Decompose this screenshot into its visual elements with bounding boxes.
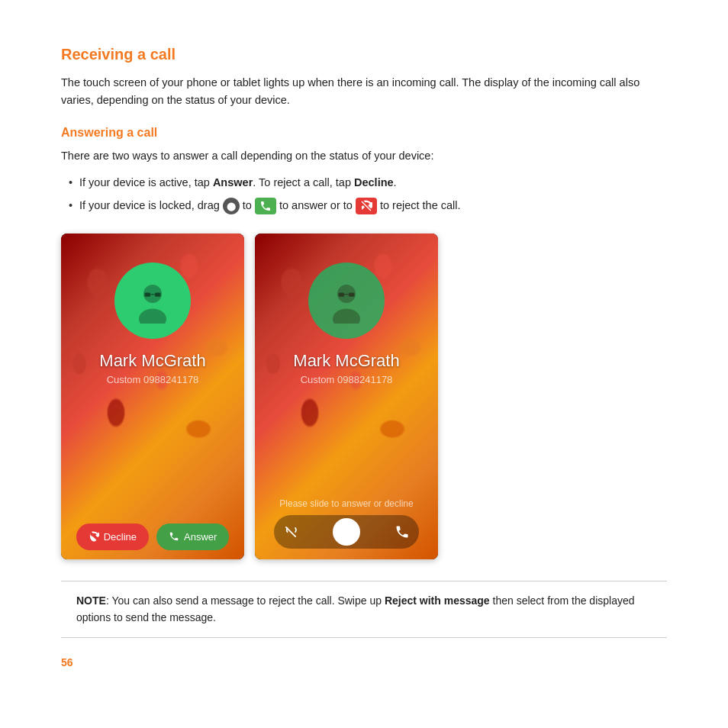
caller-name-2: Mark McGrath [293, 351, 399, 371]
bullet-text-1: If your device is active, tap Answer. To… [79, 176, 397, 188]
page-number: 56 [61, 656, 667, 668]
bullet-text-2: If your device is locked, drag ⬤ to to a… [79, 199, 461, 211]
answer-button[interactable]: Answer [156, 523, 229, 550]
avatar-2 [308, 263, 385, 339]
action-buttons-1: Decline Answer [76, 478, 230, 550]
svg-rect-9 [349, 292, 355, 296]
slide-hint: Please slide to answer or decline [279, 498, 413, 509]
slider-answer-icon [395, 524, 410, 540]
drag-circle-icon: ⬤ [223, 198, 240, 214]
phone-bg-2: Mark McGrath Custom 0988241178 Please sl… [255, 234, 438, 559]
avatar-figure-1 [130, 278, 176, 324]
note-box: NOTE: You can also send a message to rej… [61, 581, 667, 638]
caller-name-1: Mark McGrath [99, 351, 205, 371]
slider-decline-icon [283, 524, 298, 540]
intro-paragraph: The touch screen of your phone or tablet… [61, 74, 667, 109]
answer-icon [169, 531, 179, 542]
sub-title: Answering a call [61, 126, 667, 140]
caller-sub-2: Custom 0988241178 [301, 374, 393, 385]
decline-button[interactable]: Decline [76, 523, 149, 550]
phone-screen-1: Mark McGrath Custom 0988241178 Decline [61, 234, 244, 559]
avatar-circle-1 [114, 263, 191, 339]
reject-phone-icon [356, 198, 377, 214]
caller-sub-1: Custom 0988241178 [107, 374, 199, 385]
slider-thumb[interactable] [333, 518, 360, 546]
section-title: Receiving a call [61, 46, 667, 63]
bullet-item-2: If your device is locked, drag ⬤ to to a… [69, 196, 667, 215]
phone-bg-1: Mark McGrath Custom 0988241178 Decline [61, 234, 244, 559]
decline-label: Decline [104, 531, 137, 543]
svg-rect-8 [339, 292, 345, 296]
phone-screenshots: Mark McGrath Custom 0988241178 Decline [61, 234, 667, 559]
bullet-item-1: If your device is active, tap Answer. To… [69, 173, 667, 192]
svg-rect-3 [145, 292, 151, 296]
note-prefix: NOTE: You can also send a message to rej… [76, 594, 635, 623]
svg-point-2 [139, 308, 166, 324]
decline-icon [89, 531, 99, 542]
avatar-figure-2 [324, 278, 369, 324]
slider-container [274, 515, 419, 549]
answer-phone-icon [255, 198, 276, 214]
slider-track[interactable] [274, 515, 419, 549]
avatar-circle-2 [308, 263, 385, 339]
avatar-1 [114, 263, 191, 339]
svg-point-7 [333, 308, 360, 324]
answer-label: Answer [184, 531, 217, 543]
page-container: Receiving a call The touch screen of you… [0, 0, 728, 699]
svg-rect-4 [155, 292, 161, 296]
sub-intro: There are two ways to answer a call depe… [61, 147, 667, 165]
phone-screen-2: Mark McGrath Custom 0988241178 Please sl… [255, 234, 438, 559]
bullet-list: If your device is active, tap Answer. To… [61, 173, 667, 215]
